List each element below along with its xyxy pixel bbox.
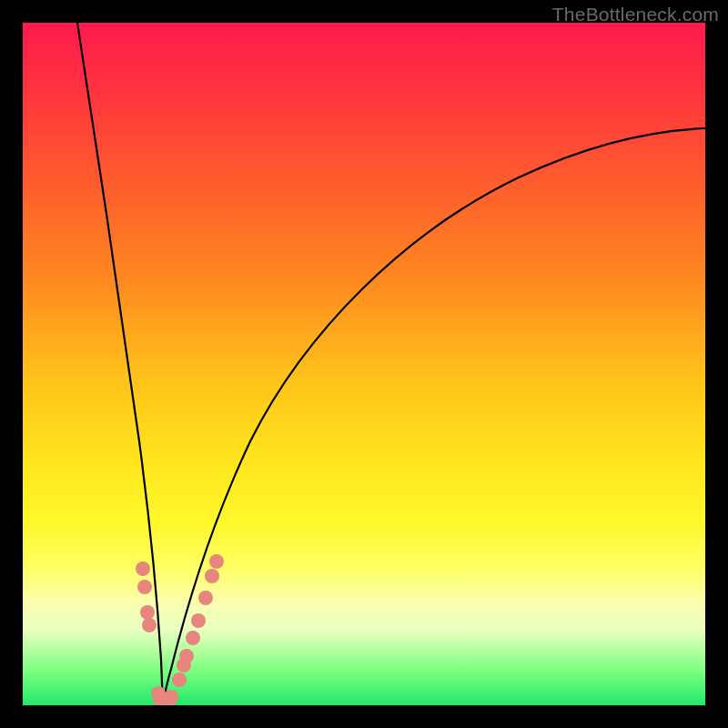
svg-point-0 xyxy=(136,561,150,576)
plot-area xyxy=(23,23,705,705)
chart-frame: TheBottleneck.com xyxy=(0,0,728,728)
svg-point-9 xyxy=(164,690,178,704)
svg-point-2 xyxy=(140,605,155,620)
watermark-text: TheBottleneck.com xyxy=(552,4,719,25)
svg-point-10 xyxy=(172,672,187,687)
svg-point-16 xyxy=(205,569,219,583)
svg-point-1 xyxy=(137,580,152,594)
svg-point-3 xyxy=(142,618,157,632)
svg-point-14 xyxy=(191,613,206,628)
svg-point-15 xyxy=(198,591,213,605)
marker-group xyxy=(136,554,224,705)
chart-svg xyxy=(23,23,705,705)
svg-point-12 xyxy=(179,649,194,663)
curve-right-branch xyxy=(163,128,705,705)
svg-point-13 xyxy=(186,631,200,645)
curve-left-branch xyxy=(77,23,163,705)
svg-point-17 xyxy=(209,554,224,569)
